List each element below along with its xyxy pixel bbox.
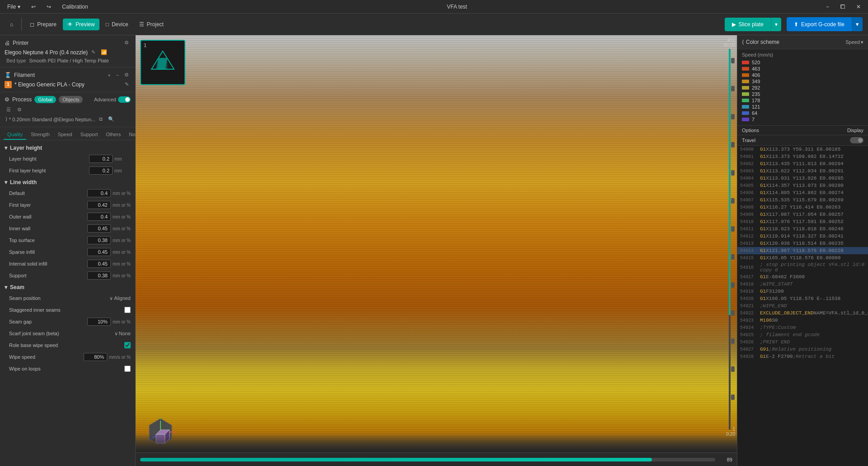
wipe-speed-input[interactable] [84,353,107,361]
gcode-line[interactable]: 54911G1 X118.923 Y118.018 E0.00246 [737,225,868,233]
staggered-seams-checkbox[interactable] [124,307,131,313]
gcode-line[interactable]: 54904G1 X113.931 Y113.026 E0.00285 [737,175,868,182]
role-wipe-checkbox[interactable] [124,342,131,348]
progress-value: 89 [719,457,732,462]
tab-support[interactable]: Support [77,130,102,140]
slice-arrow-button[interactable]: ▾ [771,18,781,31]
gcode-line[interactable]: 54912G1 X119.914 Y118.327 E0.00241 [737,233,868,240]
gcode-line[interactable]: 54927G91 ;Relative positioning [737,346,868,353]
gcode-linenum: 54927 [740,347,760,352]
preview-button[interactable]: 👁 Preview [63,19,99,30]
maximize-button[interactable]: ⧠ [836,3,849,11]
tab-strength[interactable]: Strength [27,130,53,140]
profile-copy-button[interactable]: ⧉ [97,115,104,123]
gcode-line[interactable]: 54922EXCLUDE_OBJECT_END NAME=VFA.stl_id_… [737,309,868,317]
gcode-line[interactable]: 54916; stop printing object VFA.stl id:0… [737,262,868,273]
gcode-line[interactable]: 54928G1 E-2 F2700 ;Retract a bit [737,353,868,360]
toolbar-redo-icon[interactable]: ↪ [43,3,55,11]
profile-search-button[interactable]: 🔍 [106,115,116,123]
sparse-infill-input[interactable] [87,248,111,256]
gcode-linenum: 54914 [740,248,760,253]
filament-remove-button[interactable]: − [114,71,121,79]
gcode-line[interactable]: 54921;WIPE_END [737,302,868,309]
gcode-line[interactable]: 54924;TYPE:Custom [737,324,868,331]
outer-wall-input[interactable] [87,213,111,221]
gcode-cmd: G1 [760,233,766,239]
gcode-panel[interactable]: 54900G1 X113.373 Y59.311 E0.00185 54901G… [737,146,868,466]
seam-position-dropdown[interactable]: ∨ Aligned [109,295,131,301]
wipe-loops-checkbox[interactable] [124,366,131,372]
gcode-line[interactable]: 54902G1 X113.435 Y111.013 E0.00294 [737,160,868,167]
close-button[interactable]: ✕ [853,3,864,11]
export-gcode-button[interactable]: ⬆ Export G-code file [787,17,852,31]
gcode-line[interactable]: 54907G1 X115.535 Y115.679 E0.00269 [737,196,868,204]
gcode-comment: ;WIPE_START [760,281,793,287]
process-list-button[interactable]: ☰ [5,106,13,114]
process-settings-button[interactable]: ⚙ [15,106,24,114]
home-button[interactable]: ⌂ [5,19,18,30]
options-button[interactable]: Options [742,128,759,133]
tab-notes[interactable]: Notes [125,130,136,140]
inner-wall-input[interactable] [87,224,111,233]
gcode-line[interactable]: 54915G1 X165.05 Y118.576 E0.00000 [737,254,868,262]
top-surface-input[interactable] [87,236,111,244]
gcode-line[interactable]: 54917G1 E-68462 F3600 [737,273,868,281]
support-input[interactable] [87,271,111,280]
device-button[interactable]: □ Device [101,19,133,30]
gcode-line[interactable]: 54905G1 X114.357 Y113.973 E0.00280 [737,182,868,189]
gcode-line[interactable]: 54926;PRINT END [737,338,868,346]
gcode-line[interactable]: 54903G1 X113.622 Y112.034 E0.00291 [737,167,868,175]
printer-edit-button[interactable]: ✎ [90,48,97,56]
project-button[interactable]: ☰ Project [135,19,168,30]
tab-quality[interactable]: Quality [4,130,26,140]
objects-tag-button[interactable]: Objects [59,96,83,103]
gcode-args: X165.05 Y118.576 E0.00000 [766,255,840,261]
export-arrow-button[interactable]: ▾ [852,17,863,31]
layer-slider[interactable]: 451 90.00 1 0.20 [723,35,737,452]
gcode-line[interactable]: 54919G1 F31200 [737,288,868,295]
filament-add-button[interactable]: + [106,71,112,79]
gcode-args: X114.895 Y114.862 E0.00274 [766,190,844,195]
gcode-linenum: 54921 [740,304,760,309]
model-thumbnail[interactable]: 1 [140,40,185,85]
first-layer-width-input[interactable] [87,201,111,209]
gcode-line[interactable]: 54909G1 X117.087 Y117.054 E0.00257 [737,211,868,218]
menu-calibration[interactable]: Calibration [58,3,91,11]
toolbar-undo-icon[interactable]: ↩ [28,3,39,11]
advanced-toggle[interactable] [118,96,131,103]
scarf-joint-dropdown[interactable]: ∨ None [114,331,131,337]
slice-plate-button[interactable]: ▶ Slice plate [725,18,771,31]
gcode-line[interactable]: 54914G1 X121.967 Y118.576 E0.00228 [737,247,868,254]
gcode-line[interactable]: 54920G1 X166.05 Y118.576 E-.11538 [737,295,868,302]
display-button[interactable]: Display [847,128,863,133]
filament-settings-button[interactable]: ⚙ [123,71,131,79]
layer-height-input[interactable] [89,155,113,163]
seam-gap-input[interactable] [87,318,111,326]
filament-edit-button[interactable]: ✎ [123,81,131,88]
layer-top-number: 451 90.00 [724,38,735,48]
prepare-button[interactable]: ◻ Prepare [25,19,61,30]
gcode-line[interactable]: 54923M106 S0 [737,317,868,324]
legend-color-2 [742,73,749,77]
printer-wifi-button[interactable]: 📶 [99,48,109,56]
tab-speed[interactable]: Speed [54,130,76,140]
color-scheme-select[interactable]: Speed ▾ [845,39,863,45]
tab-others[interactable]: Others [102,130,124,140]
gcode-line[interactable]: 54901G1 X113.373 Y109.982 E0.14722 [737,153,868,160]
wipe-speed-unit: mm/s or % [109,355,131,360]
travel-toggle[interactable] [850,137,863,143]
minimize-button[interactable]: − [822,3,833,11]
gcode-line[interactable]: 54925; filament end gcode [737,331,868,338]
gcode-line[interactable]: 54913G1 X120.936 Y118.514 E0.00235 [737,240,868,247]
first-layer-height-input[interactable] [89,166,113,175]
gcode-line[interactable]: 54906G1 X114.895 Y114.862 E0.00274 [737,189,868,196]
menu-file[interactable]: File ▾ [4,3,24,11]
printer-settings-button[interactable]: ⚙ [123,39,131,47]
gcode-line[interactable]: 54908G1 X116.27 Y116.414 E0.00263 [737,204,868,211]
global-tag-button[interactable]: Global [34,96,56,103]
gcode-line[interactable]: 54900G1 X113.373 Y59.311 E0.00185 [737,146,868,153]
internal-solid-input[interactable] [87,260,111,268]
gcode-line[interactable]: 54918;WIPE_START [737,281,868,288]
gcode-line[interactable]: 54910G1 X117.976 Y117.591 E0.00252 [737,218,868,225]
default-input[interactable] [87,189,111,197]
